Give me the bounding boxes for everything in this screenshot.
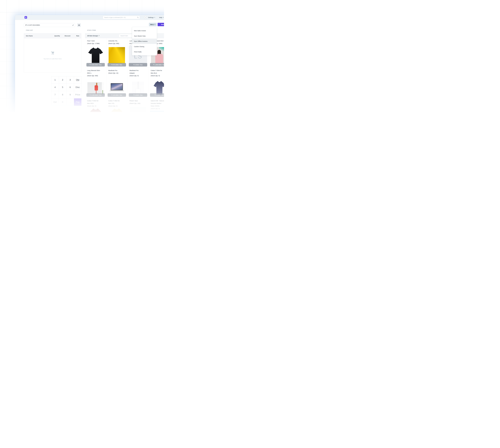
product-stock-qty: (Stock Qty: 0) (151, 107, 164, 110)
product-name: Island Chill - Natural Artesian Bottled … (151, 98, 164, 107)
product-stock-qty: (Stock Qty: 0) (129, 74, 149, 77)
product-card-macbook-pro[interactable]: MacBook Pro (Stock Qty: 10) ₹ 120.0000 /… (106, 68, 127, 97)
menu-button[interactable]: Menu (149, 23, 157, 26)
numpad-key-disc[interactable]: Disc (74, 84, 81, 91)
product-stock-qty: (Stock Qty: 500) (87, 74, 106, 77)
product-card-polo-tshirt[interactable]: Polo T-shirt (Stock Qty: 17386) ₹ 2,000.… (85, 38, 106, 68)
pos-app-window: E A Settings Help (15, 15, 164, 112)
product-stock-qty: (Stock Qty: 995) (108, 42, 127, 45)
stock-items-title: STOCK ITEMS (87, 30, 96, 31)
numpad-key-3[interactable]: 3 (66, 76, 74, 84)
help-menu[interactable]: Help (159, 15, 164, 20)
numpad-key-6[interactable]: 6 (66, 84, 74, 91)
numpad-key-del[interactable]: Del (51, 98, 59, 106)
product-image (109, 109, 125, 112)
numpad-key-qty[interactable]: Qty (74, 76, 81, 84)
product-price-badge: ₹ 120.0000 / Nos (108, 93, 126, 97)
numpad-key-0[interactable]: 0 (59, 98, 66, 106)
item-cart-header: Item Name Quantity Discount Rate (24, 33, 81, 38)
product-card-long-sleeved-red[interactable]: Long Sleeved Shirt- RED-L (Stock Qty: 50… (85, 68, 106, 97)
search-item-box[interactable] (119, 34, 134, 37)
customer-field[interactable] (24, 23, 75, 27)
product-price-badge: ₹ 0.0000 / Nos (129, 93, 147, 97)
global-search-input[interactable] (104, 16, 137, 18)
help-label: Help (159, 17, 162, 18)
product-price-badge: ₹ 2,199.0000 / Nos (86, 93, 105, 97)
erpnext-logo[interactable]: E (25, 16, 27, 19)
product-name: Long Sleeved Shirt- RED-L (87, 68, 106, 74)
product-name: Polo T-shirt (87, 38, 106, 42)
numpad-key-1[interactable]: 1 (51, 76, 59, 84)
product-name: Cotton T-Shirt for Men-YEL (108, 98, 127, 105)
empty-cart-state: Tap items to add them here (24, 38, 81, 72)
item-cart-title: ITEM CART (26, 30, 33, 31)
top-navbar: E A Settings Help (15, 15, 164, 20)
product-name: Cotton T-Shirt for Men-RED (87, 98, 106, 105)
numpad-key-5[interactable]: 5 (59, 84, 66, 91)
settings-menu[interactable]: Settings (148, 15, 155, 20)
numpad-key-7[interactable]: 7 (51, 91, 59, 98)
product-name: MacBook Pro (108, 68, 127, 72)
product-price-badge: ₹ 1,099.0000 / Nos (150, 63, 164, 66)
product-stock-qty: (Stock Qty: 0) (87, 105, 106, 107)
product-image (150, 111, 164, 112)
column-item-name: Item Name (26, 35, 50, 37)
product-card-cotton-tshirt-red[interactable]: Cotton T-Shirt for Men-RED (Stock Qty: 0… (85, 98, 106, 112)
numpad-key-9[interactable]: 9 (66, 91, 74, 98)
chevron-down-icon (155, 24, 155, 25)
pos-numpad: 1 2 3 Qty 4 5 6 Disc 7 8 9 Price Del 0 .… (51, 76, 81, 106)
menu-item-sync-master-data[interactable]: Sync Master Data (132, 33, 157, 39)
customers-group-icon (78, 24, 80, 26)
product-card-bottled-water[interactable]: Island Chill - Natural Artesian Bottled … (149, 98, 164, 112)
menu-button-label: Menu (150, 24, 154, 25)
product-card-macbook-adapter[interactable]: MacBook Pro Adapter (Stock Qty: 0) ₹ 0.0… (127, 68, 149, 97)
shopping-cart-icon (50, 51, 55, 55)
product-name: MacBook Pro Adapter (129, 68, 149, 74)
product-image (153, 81, 164, 95)
menu-item-new-sales-invoice[interactable]: New Sales Invoice (132, 28, 157, 33)
item-cart-table: Item Name Quantity Discount Rate Tap ite… (24, 33, 81, 72)
product-price-badge: ₹ 675.0000 / Nos (108, 63, 126, 66)
product-card-cotton-tshirt-bla[interactable]: Cotton T-Shirt for Men-BLA (Stock Qty: 0… (149, 68, 164, 97)
product-card-cotton-tshirt-yel[interactable]: Cotton T-Shirt for Men-YEL (Stock Qty: 0… (106, 98, 127, 112)
numpad-key-8[interactable]: 8 (59, 91, 66, 98)
product-image (109, 83, 124, 92)
search-item-input[interactable] (120, 34, 133, 37)
product-card-umbrella-yel[interactable]: Umbrella-YEL (Stock Qty: 995) ₹ 675.0000… (106, 38, 127, 68)
item-group-filter-label: All Item Groups (87, 35, 98, 37)
customer-input[interactable] (25, 24, 72, 26)
chevron-down-icon (154, 17, 155, 18)
product-name: Umbrella-YEL (108, 38, 127, 42)
numpad-key-4[interactable]: 4 (51, 84, 59, 91)
product-stock-qty: (Stock Qty: 17386) (87, 42, 106, 45)
product-image (87, 47, 104, 63)
column-quantity: Quantity (50, 35, 60, 37)
select-customer-button[interactable] (77, 23, 81, 27)
numpad-key-pay[interactable]: Pay (74, 98, 81, 106)
product-stock-qty: (Stock Qty: 100) (129, 102, 149, 105)
product-name: Flower Vase (129, 98, 149, 102)
product-card-flower-vase[interactable]: Flower Vase (Stock Qty: 100) (127, 98, 149, 112)
empty-cart-text: Tap items to add them here (44, 58, 62, 60)
menu-item-pos-profile[interactable]: POS Profile (132, 49, 157, 54)
numpad-key-price[interactable]: Price (74, 91, 81, 98)
chevron-down-icon (99, 35, 99, 36)
numpad-key-2[interactable]: 2 (59, 76, 66, 84)
menu-item-cashier-closing[interactable]: Cashier Closing (132, 44, 157, 49)
item-group-filter[interactable]: All Item Groups (87, 35, 99, 37)
new-cart-button[interactable]: New Cart (158, 23, 164, 26)
numpad-key-dot[interactable]: . (66, 98, 74, 106)
product-image (132, 82, 144, 94)
product-stock-qty: (Stock Qty: 0) (151, 74, 164, 77)
column-discount: Discount (60, 35, 70, 37)
menu-item-sync-offline-invoices[interactable]: Sync Offline Invoices (132, 39, 157, 44)
chevron-down-icon (163, 17, 164, 18)
settings-label: Settings (148, 17, 154, 18)
edit-pencil-icon[interactable] (72, 24, 74, 26)
product-image (87, 82, 104, 94)
product-price-badge: ₹ 0.0000 / Nos (150, 93, 164, 97)
global-search[interactable] (103, 16, 140, 19)
product-price-badge: ₹ 2,000.0000 / Nos (86, 63, 105, 66)
avatar[interactable]: A (144, 16, 147, 19)
product-image (87, 109, 104, 112)
